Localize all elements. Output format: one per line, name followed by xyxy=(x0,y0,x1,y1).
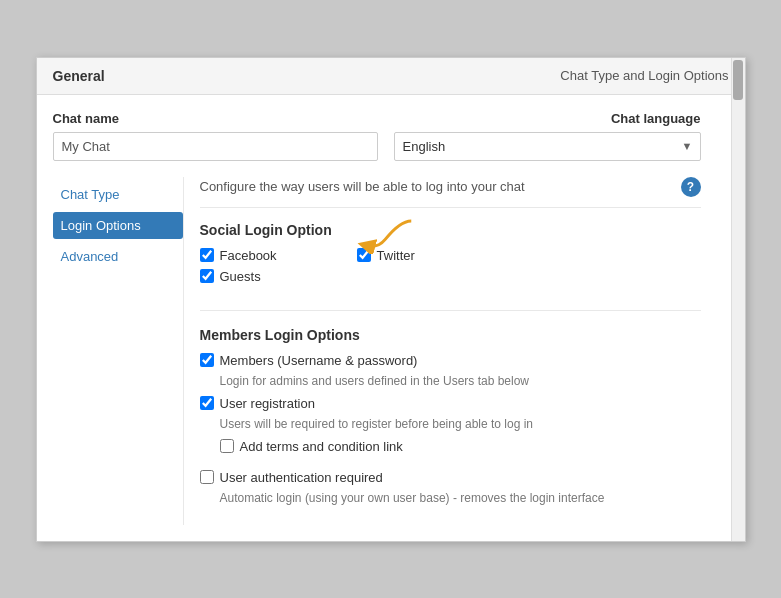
terms-label: Add terms and condition link xyxy=(240,439,403,454)
chat-language-label: Chat language xyxy=(611,111,701,126)
user-auth-checkbox[interactable] xyxy=(200,470,214,484)
members-checkbox[interactable] xyxy=(200,353,214,367)
terms-row: Add terms and condition link xyxy=(220,439,701,454)
user-auth-row: User authentication required xyxy=(200,470,701,485)
content-area: Chat name Chat language My Chat English … xyxy=(37,95,731,541)
guests-row: Guests xyxy=(200,269,277,284)
sidebar-item-login-options[interactable]: Login Options xyxy=(53,212,183,239)
info-text: Configure the way users will be able to … xyxy=(200,179,525,194)
window-header: General Chat Type and Login Options xyxy=(37,58,745,95)
chat-name-input[interactable]: My Chat xyxy=(53,132,378,161)
window-title: General xyxy=(53,68,105,84)
sidebar: Chat Type Login Options Advanced xyxy=(53,177,183,525)
window-subtitle: Chat Type and Login Options xyxy=(560,68,728,83)
terms-checkbox[interactable] xyxy=(220,439,234,453)
social-section-title: Social Login Option xyxy=(200,222,701,238)
main-body: Chat Type Login Options Advanced Configu… xyxy=(53,177,701,525)
form-inputs-row: My Chat English ▼ xyxy=(53,132,701,161)
members-label: Members (Username & password) xyxy=(220,353,418,368)
sidebar-item-chat-type[interactable]: Chat Type xyxy=(53,181,183,208)
user-registration-description: Users will be required to register befor… xyxy=(220,417,701,431)
facebook-col: Facebook Guests xyxy=(200,248,277,290)
scrollbar[interactable] xyxy=(731,58,745,541)
chat-name-label: Chat name xyxy=(53,111,119,126)
user-auth-description: Automatic login (using your own user bas… xyxy=(220,491,701,505)
form-labels-row: Chat name Chat language xyxy=(53,111,701,126)
language-select-wrapper: English ▼ xyxy=(394,132,701,161)
divider-1 xyxy=(200,310,701,311)
members-row: Members (Username & password) xyxy=(200,353,701,368)
social-checkboxes: Facebook Guests Twitter xyxy=(200,248,701,290)
scrollbar-thumb[interactable] xyxy=(733,60,743,100)
help-icon[interactable]: ? xyxy=(681,177,701,197)
guests-checkbox[interactable] xyxy=(200,269,214,283)
guests-label: Guests xyxy=(220,269,261,284)
user-auth-label: User authentication required xyxy=(220,470,383,485)
facebook-label: Facebook xyxy=(220,248,277,263)
user-registration-checkbox[interactable] xyxy=(200,396,214,410)
arrow-annotation xyxy=(355,214,415,257)
language-select[interactable]: English xyxy=(394,132,701,161)
members-description: Login for admins and users defined in th… xyxy=(220,374,701,388)
user-registration-label: User registration xyxy=(220,396,315,411)
members-section-title: Members Login Options xyxy=(200,327,701,343)
settings-window: General Chat Type and Login Options Chat… xyxy=(36,57,746,542)
user-registration-row: User registration xyxy=(200,396,701,411)
sidebar-item-advanced[interactable]: Advanced xyxy=(53,243,183,270)
info-bar: Configure the way users will be able to … xyxy=(200,177,701,208)
facebook-row: Facebook xyxy=(200,248,277,263)
social-login-section: Social Login Option xyxy=(200,222,701,290)
panel-content: Configure the way users will be able to … xyxy=(183,177,701,525)
facebook-checkbox[interactable] xyxy=(200,248,214,262)
members-login-section: Members Login Options Members (Username … xyxy=(200,327,701,505)
